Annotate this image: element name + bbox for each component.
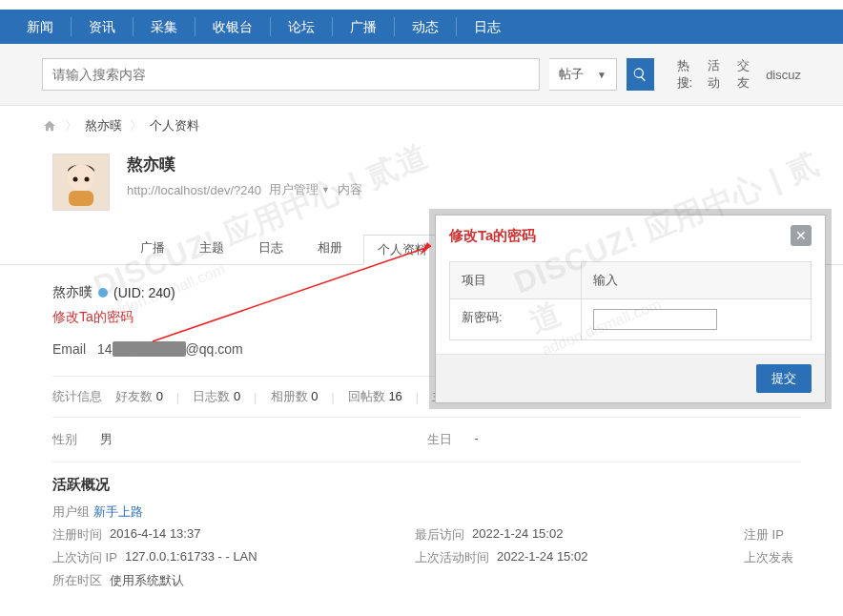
search-icon (632, 67, 648, 82)
stats-label: 统计信息 (52, 388, 102, 405)
status-dot-icon (98, 288, 108, 298)
change-password-link[interactable]: 修改Ta的密码 (52, 309, 134, 326)
search-input[interactable] (42, 58, 540, 91)
nav-item[interactable]: 资讯 (72, 10, 133, 44)
email-label: Email (52, 341, 86, 357)
modal-table: 项目 输入 新密码: (449, 261, 812, 340)
hot-link[interactable]: 交友 (737, 57, 754, 92)
chevron-down-icon: ▼ (321, 185, 330, 195)
usergroup-line: 用户组 新手上路 (52, 503, 801, 526)
chevron-down-icon: ▼ (597, 70, 607, 80)
tab-profile[interactable]: 个人资料 (363, 235, 442, 265)
svg-point-2 (85, 177, 90, 182)
hot-search: 热搜: 活动 交友 discuz (677, 57, 801, 92)
tab-topics[interactable]: 主题 (186, 234, 237, 264)
nav-item[interactable]: 收银台 (195, 10, 270, 44)
field-label: 新密码: (450, 299, 582, 339)
user-manage-dropdown[interactable]: 用户管理 ▼ (269, 181, 330, 198)
tab-blogs[interactable]: 日志 (245, 234, 297, 264)
change-password-modal: 修改Ta的密码 ✕ 项目 输入 新密码: 提交 (435, 215, 826, 403)
search-bar: 帖子 ▼ 热搜: 活动 交友 discuz (0, 44, 843, 106)
nav-item[interactable]: 广播 (333, 10, 394, 44)
hot-link[interactable]: 活动 (708, 57, 725, 92)
crumb-page: 个人资料 (150, 117, 199, 134)
activity-header: 活跃概况 (52, 462, 801, 503)
nav-item[interactable]: 动态 (395, 10, 456, 44)
avatar[interactable] (52, 154, 110, 211)
search-type-label: 帖子 (559, 66, 584, 83)
usergroup-link[interactable]: 新手上路 (93, 504, 143, 519)
col-header: 输入 (582, 262, 811, 298)
nav-item[interactable]: 采集 (134, 10, 195, 44)
profile-url[interactable]: http://localhost/dev/?240 (127, 183, 261, 197)
svg-point-1 (73, 177, 78, 182)
profile-extra: 内容 (338, 181, 362, 198)
tab-broadcast[interactable]: 广播 (127, 234, 178, 264)
top-nav: 新闻 资讯 采集 收银台 论坛 广播 动态 日志 (0, 10, 843, 44)
col-header: 项目 (450, 262, 582, 298)
crumb-sep: 〉 (65, 117, 77, 134)
submit-button[interactable]: 提交 (756, 364, 812, 393)
close-button[interactable]: ✕ (791, 225, 812, 246)
modal-title: 修改Ta的密码 (449, 227, 536, 245)
new-password-input[interactable] (593, 309, 717, 330)
activity-grid: 注册时间2016-4-14 13:37 最后访问2022-1-24 15:02 … (52, 526, 801, 589)
nav-item[interactable]: 论坛 (271, 10, 332, 44)
crumb-sep: 〉 (130, 117, 142, 134)
breadcrumb: 〉 熬亦暵 〉 个人资料 (0, 106, 843, 146)
tab-albums[interactable]: 相册 (304, 234, 356, 264)
hot-label: 热搜: (677, 57, 697, 92)
crumb-user[interactable]: 熬亦暵 (85, 117, 122, 134)
nav-item[interactable]: 新闻 (10, 10, 71, 44)
nav-item[interactable]: 日志 (457, 10, 518, 44)
close-icon: ✕ (795, 228, 807, 243)
svg-rect-3 (69, 191, 93, 206)
profile-header: 熬亦暵 http://localhost/dev/?240 用户管理 ▼ 内容 (52, 154, 801, 211)
home-icon[interactable] (42, 118, 57, 133)
redacted: xxxxxxx (113, 341, 186, 357)
profile-name: 熬亦暵 (127, 154, 362, 175)
gender-birth-row: 性别男 生日- (52, 418, 801, 462)
search-button[interactable] (627, 58, 654, 91)
hot-link[interactable]: discuz (766, 68, 801, 82)
logo-bar (0, 0, 843, 10)
svg-point-0 (68, 164, 94, 191)
search-type-select[interactable]: 帖子 ▼ (549, 58, 617, 91)
